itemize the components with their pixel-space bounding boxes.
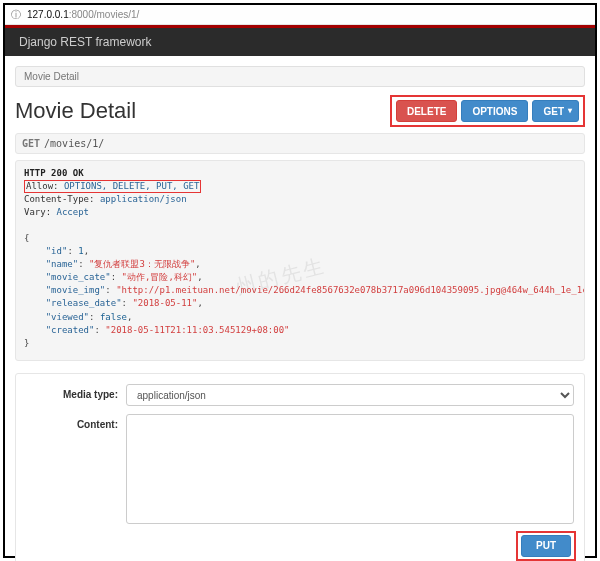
breadcrumb: Movie Detail	[15, 66, 585, 87]
action-button-group: DELETE OPTIONS GET ▾	[390, 95, 585, 127]
options-button[interactable]: OPTIONS	[461, 100, 528, 122]
put-form-panel: Media type: application/json Content: PU…	[15, 373, 585, 561]
response-block: HTTP 200 OK Allow: OPTIONS, DELETE, PUT,…	[15, 160, 585, 361]
put-button-highlight: PUT	[516, 531, 576, 561]
content-textarea[interactable]	[126, 414, 574, 524]
navbar: Django REST framework	[5, 28, 595, 56]
media-type-label: Media type:	[26, 384, 126, 400]
navbar-brand[interactable]: Django REST framework	[19, 35, 152, 49]
breadcrumb-label: Movie Detail	[24, 71, 79, 82]
request-verb: GET	[22, 138, 40, 149]
url-text: 127.0.0.1:8000/movies/1/	[27, 9, 139, 20]
get-button-label: GET	[543, 106, 564, 117]
content-label: Content:	[26, 414, 126, 430]
chevron-down-icon: ▾	[568, 107, 572, 115]
info-icon: ⓘ	[11, 8, 21, 22]
delete-button[interactable]: DELETE	[396, 100, 457, 122]
allow-header-highlight: Allow: OPTIONS, DELETE, PUT, GET	[24, 180, 201, 193]
request-path: /movies/1/	[44, 138, 104, 149]
media-type-select[interactable]: application/json	[126, 384, 574, 406]
status-line: HTTP 200 OK	[24, 168, 84, 178]
put-button[interactable]: PUT	[521, 535, 571, 557]
page-title: Movie Detail	[15, 98, 136, 124]
get-button[interactable]: GET ▾	[532, 100, 579, 122]
request-line: GET/movies/1/	[15, 133, 585, 154]
browser-url-bar[interactable]: ⓘ 127.0.0.1:8000/movies/1/	[5, 5, 595, 25]
